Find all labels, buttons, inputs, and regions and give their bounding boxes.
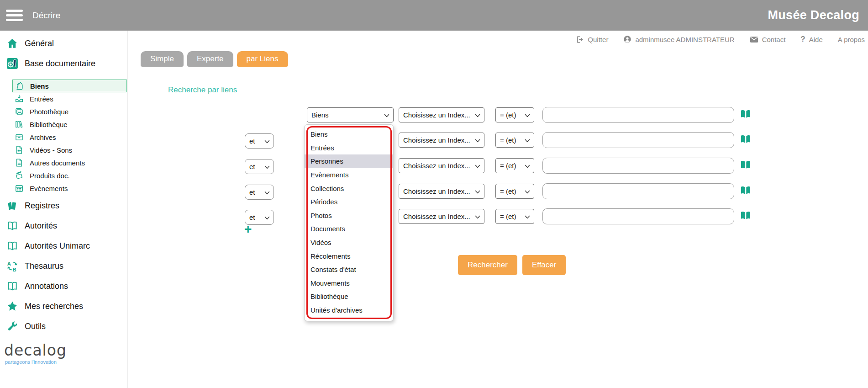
link-operator-select[interactable]: et — [245, 133, 274, 149]
operator-select-value: = (et) — [500, 213, 516, 220]
index-select-value: Choisissez un Index... — [403, 136, 470, 144]
sidebar-item-bibliotheque[interactable]: Bibliothèque — [0, 118, 127, 131]
tab-experte[interactable]: Experte — [187, 51, 233, 67]
utility-label: A propos — [838, 36, 865, 43]
quitter-link[interactable]: Quitter — [576, 36, 608, 43]
link-operator-select[interactable]: et — [245, 185, 274, 200]
search-value-input[interactable] — [542, 183, 734, 199]
effacer-button[interactable]: Effacer — [522, 255, 566, 275]
chevron-down-icon — [525, 139, 530, 143]
operator-select-value: = (et) — [500, 187, 516, 195]
sidebar-item-thesaurus[interactable]: ABThesaurus — [0, 257, 127, 275]
sidebar-nav: GénéralBase documentaireBiensEntréesPhot… — [0, 31, 127, 388]
svg-text:B: B — [12, 267, 16, 272]
index-select-value: Choisissez un Index... — [403, 187, 470, 195]
operator-select[interactable]: = (et) — [495, 209, 534, 224]
utility-label: adminmusee ADMINSTRATEUR — [635, 36, 734, 43]
dropdown-option-constats-d-etat[interactable]: Constats d'état — [305, 263, 393, 276]
aide-link[interactable]: ?Aide — [800, 35, 822, 44]
index-select[interactable]: Choisissez un Index... — [399, 158, 484, 173]
search-value-input[interactable] — [542, 132, 734, 148]
search-value-input[interactable] — [542, 107, 734, 123]
open-book-lookup-icon[interactable] — [740, 186, 752, 195]
search-value-input[interactable] — [542, 158, 734, 174]
sidebar-item-autres-documents[interactable]: Autres documents — [0, 156, 127, 169]
sidebar-item-archives[interactable]: Archives — [0, 131, 127, 144]
dropdown-option-recolements[interactable]: Récolements — [305, 249, 393, 263]
dropdown-option-photos[interactable]: Photos — [305, 209, 393, 223]
operator-select[interactable]: = (et) — [495, 158, 534, 173]
rechercher-button[interactable]: Rechercher — [458, 255, 517, 275]
open-book-icon — [6, 240, 18, 252]
dropdown-option-evenements[interactable]: Evènements — [305, 168, 393, 182]
video-file-icon — [14, 145, 24, 154]
dropdown-option-unites-d-archives[interactable]: Unités d'archives — [305, 303, 393, 317]
decalog-logo: decalog partageons l'innovation — [4, 343, 127, 365]
table-select[interactable]: Biens — [307, 107, 394, 122]
action-buttons: Rechercher Effacer — [458, 255, 566, 275]
dropdown-option-biens[interactable]: Biens — [305, 128, 393, 141]
sidebar-item-base-documentaire[interactable]: Base documentaire — [0, 54, 127, 73]
open-book-lookup-icon[interactable] — [740, 134, 752, 144]
table-select-value: Biens — [311, 111, 329, 119]
star-icon — [6, 300, 18, 312]
sidebar-item-annotations[interactable]: Annotations — [0, 277, 127, 295]
search-row: etChoisissez un Index...= (et) — [127, 158, 868, 175]
chevron-down-icon — [525, 165, 530, 168]
sidebar-item-label: Thesaurus — [25, 261, 63, 271]
open-book-lookup-icon[interactable] — [740, 211, 752, 220]
open-book-lookup-icon[interactable] — [740, 109, 752, 119]
search-row: etChoisissez un Index...= (et) — [127, 209, 868, 226]
chevron-down-icon — [264, 165, 270, 169]
open-book-lookup-icon[interactable] — [740, 160, 752, 170]
index-select[interactable]: Choisissez un Index... — [399, 133, 484, 148]
search-value-input[interactable] — [542, 208, 734, 224]
table-select-dropdown: BiensEntréesPersonnesEvènementsCollectio… — [304, 124, 394, 321]
page-title: Recherche par liens — [168, 85, 237, 95]
sidebar-item-phototheque[interactable]: Photothèque — [0, 105, 127, 118]
chevron-down-icon — [475, 114, 480, 117]
sidebar-item-label: Vidéos - Sons — [30, 146, 72, 154]
sidebar-item-biens[interactable]: Biens — [12, 80, 127, 92]
paper-stack-icon — [14, 171, 24, 180]
sidebar-item-general[interactable]: Général — [0, 34, 127, 53]
sidebar-item-label: Produits doc. — [30, 172, 70, 180]
sidebar-item-evenements[interactable]: Evènements — [0, 182, 127, 195]
operator-select-value: = (et) — [500, 136, 516, 144]
sidebar-item-registres[interactable]: Registres — [0, 197, 127, 215]
index-select[interactable]: Choisissez un Index... — [399, 184, 484, 199]
a-propos-link[interactable]: A propos — [838, 36, 865, 43]
sidebar-item-entrees[interactable]: Entrées — [0, 92, 127, 105]
index-select[interactable]: Choisissez un Index... — [399, 209, 484, 224]
dropdown-option-documents[interactable]: Documents — [305, 222, 393, 236]
dropdown-option-bibliotheque[interactable]: Bibliothèque — [305, 290, 393, 303]
dropdown-option-entrees[interactable]: Entrées — [305, 141, 393, 155]
utility-bar: Quitteradminmusee ADMINSTRATEURContact?A… — [576, 35, 865, 44]
dropdown-option-collections[interactable]: Collections — [305, 181, 393, 195]
sidebar-item-autorites[interactable]: Autorités — [0, 217, 127, 235]
chevron-down-icon — [525, 215, 530, 219]
contact-link[interactable]: Contact — [750, 36, 786, 43]
add-row-button[interactable]: + — [244, 223, 252, 236]
dropdown-option-personnes[interactable]: Personnes — [305, 154, 393, 168]
operator-select[interactable]: = (et) — [495, 107, 534, 122]
dropdown-option-periodes[interactable]: Périodes — [305, 195, 393, 209]
index-select[interactable]: Choisissez un Index... — [399, 107, 484, 122]
dropdown-option-videos[interactable]: Vidéos — [305, 236, 393, 250]
sidebar-item-outils[interactable]: Outils — [0, 317, 127, 335]
sidebar-item-videos-sons[interactable]: Vidéos - Sons — [0, 144, 127, 156]
tab-par-liens[interactable]: par Liens — [237, 51, 288, 67]
adminmusee-adminstrateur-link[interactable]: adminmusee ADMINSTRATEUR — [623, 35, 734, 43]
tab-simple[interactable]: Simple — [141, 51, 184, 67]
sidebar-item-label: Général — [25, 39, 54, 48]
operator-select[interactable]: = (et) — [495, 133, 534, 148]
dropdown-option-mouvements[interactable]: Mouvements — [305, 276, 393, 290]
operator-select[interactable]: = (et) — [495, 184, 534, 199]
sidebar-item-mes-recherches[interactable]: Mes recherches — [0, 297, 127, 315]
sidebar-item-autorites-unimarc[interactable]: Autorités Unimarc — [0, 237, 127, 255]
base-doc-icon — [6, 58, 18, 69]
sidebar-item-produits-doc[interactable]: Produits doc. — [0, 169, 127, 182]
link-operator-select[interactable]: et — [245, 159, 274, 174]
hamburger-menu-icon[interactable] — [6, 10, 23, 21]
question-icon: ? — [800, 35, 805, 44]
